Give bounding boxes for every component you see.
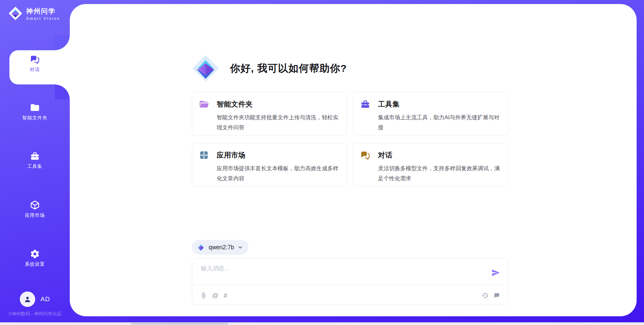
brand-name-en: Smart Vision — [26, 16, 60, 20]
model-name: qwen2:7b — [209, 244, 234, 251]
sidebar-item-smart-folder[interactable]: 智能文件夹 — [0, 103, 70, 121]
model-selector[interactable]: qwen2:7b — [192, 240, 249, 255]
tab-fillet-top — [55, 35, 70, 50]
user-account-chip[interactable]: AD — [0, 291, 70, 307]
history-clock-icon — [482, 292, 488, 299]
card-desc: 智能文件夹功能支持批量文件上传与清洗，轻松实现文件问答 — [217, 112, 339, 132]
folder-icon — [30, 103, 40, 113]
sidebar-item-label: 对话 — [30, 67, 40, 73]
folder-open-icon — [199, 99, 209, 109]
brand-diamond-icon — [197, 243, 205, 252]
chat-bubble-icon — [493, 292, 500, 299]
sidebar-item-label: 智能文件夹 — [22, 115, 48, 121]
feature-card-app-market[interactable]: 应用市场 应用市场提供丰富长文本模板，助力高效生成多样化文章内容 — [192, 143, 347, 187]
card-desc: 灵活切换多模型文件，支持多样回复效果调试，满足个性化需求 — [378, 163, 500, 183]
toolbox-icon — [360, 99, 370, 109]
attach-file-button[interactable] — [200, 292, 207, 299]
paperclip-icon — [200, 292, 207, 299]
user-initials: AD — [41, 296, 50, 303]
chat-icon — [30, 54, 40, 64]
feature-cards: 智能文件夹 智能文件夹功能支持批量文件上传与清洗，轻松实现文件问答 工具集 集成… — [192, 92, 508, 187]
sidebar-item-label: 系统设置 — [25, 261, 45, 267]
brand-logo: 神州问学 Smart Vision — [8, 6, 60, 21]
toolbox-icon — [30, 151, 40, 161]
copyright-text: ©神州数码 · 神州问学出品 — [0, 311, 70, 317]
feature-card-smart-folder[interactable]: 智能文件夹 智能文件夹功能支持批量文件上传与清洗，轻松实现文件问答 — [192, 92, 347, 136]
composer-divider — [192, 285, 508, 285]
topic-button[interactable]: # — [223, 291, 227, 300]
send-icon — [491, 268, 500, 277]
card-title: 对话 — [378, 150, 392, 160]
gear-icon — [30, 249, 40, 259]
hash-icon: # — [223, 291, 227, 300]
sidebar-item-chat[interactable]: 对话 — [0, 50, 70, 73]
feature-card-chat[interactable]: 对话 灵活切换多模型文件，支持多样回复效果调试，满足个性化需求 — [353, 143, 508, 187]
mention-button[interactable]: @ — [212, 292, 218, 299]
card-title: 工具集 — [378, 100, 400, 109]
conversation-button[interactable] — [493, 292, 500, 299]
horizontal-scrollbar — [0, 322, 644, 325]
history-button[interactable] — [482, 292, 488, 299]
brand-diamond-icon — [8, 6, 23, 21]
chat-icon — [360, 150, 370, 160]
sidebar-item-toolset[interactable]: 工具集 — [0, 151, 70, 170]
feature-card-toolset[interactable]: 工具集 集成市场上主流工具，助力AI与外界无缝扩展与对接 — [353, 92, 508, 136]
brand-diamond-icon — [192, 55, 219, 82]
card-title: 应用市场 — [217, 150, 246, 160]
brand-name-cn: 神州问学 — [26, 7, 60, 16]
person-icon — [23, 295, 32, 304]
message-input[interactable] — [201, 264, 476, 283]
composer-toolbar: @ # — [200, 290, 500, 301]
message-composer: @ # — [192, 258, 508, 305]
grid-market-icon — [199, 150, 209, 160]
scrollbar-thumb[interactable] — [131, 323, 228, 325]
send-button[interactable] — [491, 268, 500, 277]
main-content: 你好, 我可以如何帮助你? 智能文件夹 智能文件夹功能支持批量文件上传与清洗，轻… — [70, 4, 637, 316]
tab-fillet-bottom — [55, 84, 70, 100]
sidebar-item-label: 工具集 — [28, 164, 43, 170]
sidebar-item-app-market[interactable]: 应用市场 — [0, 200, 70, 218]
avatar — [20, 291, 35, 307]
greeting-block: 你好, 我可以如何帮助你? — [192, 55, 347, 82]
at-icon: @ — [212, 292, 218, 299]
sidebar-item-label: 应用市场 — [25, 212, 45, 218]
cube-icon — [30, 200, 40, 210]
card-desc: 应用市场提供丰富长文本模板，助力高效生成多样化文章内容 — [217, 163, 339, 183]
card-title: 智能文件夹 — [217, 100, 253, 109]
card-desc: 集成市场上主流工具，助力AI与外界无缝扩展与对接 — [378, 112, 500, 132]
sidebar: 神州问学 Smart Vision 对话 智能文件夹 工具集 应 — [0, 0, 70, 325]
sidebar-item-settings[interactable]: 系统设置 — [0, 249, 70, 267]
chevron-down-icon — [237, 245, 243, 250]
greeting-title: 你好, 我可以如何帮助你? — [230, 62, 347, 75]
